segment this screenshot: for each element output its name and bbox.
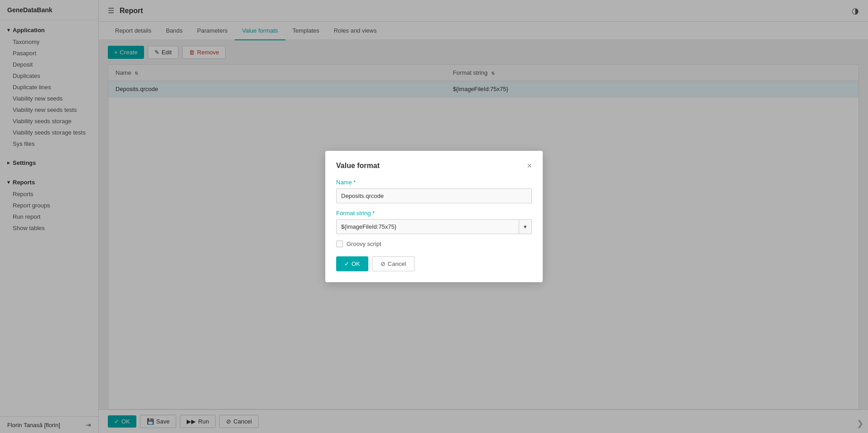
modal-cancel-button[interactable]: ⊘ Cancel: [372, 256, 415, 271]
modal-overlay: Value format × Name * Format string * ▾ …: [0, 0, 868, 433]
format-string-input[interactable]: [336, 219, 519, 234]
modal-header: Value format ×: [336, 162, 532, 170]
modal-title: Value format: [336, 162, 380, 170]
format-string-dropdown-button[interactable]: ▾: [519, 219, 532, 234]
modal-ok-button[interactable]: ✓ OK: [336, 256, 368, 271]
modal-check-icon: ✓: [344, 260, 349, 267]
format-string-label: Format string *: [336, 210, 532, 216]
modal-cancel-icon: ⊘: [381, 260, 386, 267]
modal-footer: ✓ OK ⊘ Cancel: [336, 256, 532, 271]
name-input[interactable]: [336, 188, 532, 203]
modal-close-button[interactable]: ×: [527, 162, 532, 170]
groovy-script-label: Groovy script: [347, 241, 381, 247]
value-format-modal: Value format × Name * Format string * ▾ …: [325, 151, 543, 282]
groovy-script-row: Groovy script: [336, 241, 532, 247]
format-string-row: ▾: [336, 219, 532, 234]
groovy-script-checkbox[interactable]: [336, 241, 343, 247]
name-label: Name *: [336, 179, 532, 186]
